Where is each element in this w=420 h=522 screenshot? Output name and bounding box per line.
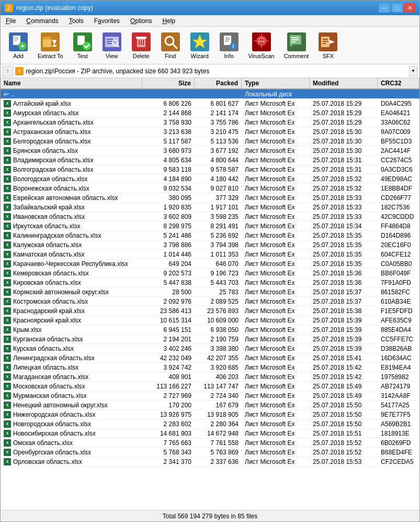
header-name[interactable]: Name (1, 78, 142, 88)
table-row[interactable]: X Орловская область.xlsx 2 341 370 2 337… (1, 457, 419, 467)
viruscan-label: VirusScan (248, 53, 275, 59)
table-row[interactable]: X Костромская область.xlsx 2 092 976 2 0… (1, 297, 419, 306)
svg-rect-12 (52, 45, 56, 47)
sfx-button[interactable]: SFX (314, 29, 342, 62)
viruscan-button[interactable]: VirusScan (245, 29, 278, 62)
parent-folder-row[interactable]: ↩ .. Локальный диск (1, 90, 419, 99)
add-label: Add (13, 53, 24, 59)
menu-file[interactable]: File (3, 16, 19, 26)
table-row[interactable]: X Алтайский край.xlsx 6 806 226 6 801 62… (1, 99, 419, 108)
file-modified: 25.07.2018 15:33 (310, 213, 378, 221)
table-row[interactable]: X Владимирская область.xlsx 4 805 634 4 … (1, 156, 419, 165)
table-row[interactable]: X Воронежская область.xlsx 9 032 534 9 0… (1, 184, 419, 193)
table-row[interactable]: X Кемеровская область.xlsx 9 202 573 9 1… (1, 269, 419, 278)
file-name: X Брянская область.xlsx (1, 147, 142, 155)
file-modified: 25.07.2018 15:30 (310, 147, 378, 155)
menu-options[interactable]: Options (127, 16, 155, 26)
svg-rect-61 (323, 43, 326, 44)
file-modified: 25.07.2018 15:34 (310, 222, 378, 230)
table-row[interactable]: X Вологодская область.xlsx 4 184 890 4 1… (1, 174, 419, 184)
wizard-button[interactable]: Wizard (186, 29, 213, 62)
maximize-button[interactable]: □ (391, 3, 403, 13)
extract-button[interactable]: Extract To (34, 29, 67, 62)
table-row[interactable]: X Забайкальский край.xlsx 1 920 835 1 91… (1, 203, 419, 212)
table-row[interactable]: X Омская область.xlsx 7 765 663 7 761 55… (1, 438, 419, 448)
menu-help[interactable]: Help (159, 16, 178, 26)
close-button[interactable]: ✕ (404, 3, 415, 13)
header-type[interactable]: Type (242, 78, 310, 88)
table-row[interactable]: X Курская область.xlsx 3 402 246 3 398 3… (1, 344, 419, 353)
header-size[interactable]: Size (142, 78, 195, 88)
table-row[interactable]: X Астраханская область.xlsx 3 213 638 3 … (1, 127, 419, 137)
address-dropdown[interactable]: ▼ (409, 66, 417, 76)
table-row[interactable]: X Новосибирская область.xlsx 14 681 903 … (1, 429, 419, 438)
header-packed[interactable]: Packed (195, 78, 242, 88)
file-packed: 14 672 948 (195, 429, 242, 438)
viruscan-icon (252, 32, 271, 52)
file-crc: EA046421 (378, 109, 419, 117)
file-name: X Камчатская область.xlsx (1, 250, 142, 259)
table-row[interactable]: X Ивановская область.xlsx 3 602 809 3 59… (1, 212, 419, 221)
table-row[interactable]: X Краснодарский край.xlsx 23 586 413 23 … (1, 306, 419, 316)
test-icon (73, 32, 93, 52)
table-row[interactable]: X Мурманская область.xlsx 2 727 969 2 72… (1, 391, 419, 401)
file-type: Лист Microsoft Ex (242, 222, 310, 230)
table-row[interactable]: X Нижегородская область.xlsx 13 926 975 … (1, 410, 419, 419)
table-row[interactable]: X Крым.xlsx 6 945 151 6 938 050 Лист Mic… (1, 325, 419, 335)
file-name: X Амурская область.xlsx (1, 109, 142, 117)
table-row[interactable]: X Красноярский край.xlsx 10 615 314 10 6… (1, 316, 419, 325)
add-button[interactable]: Add (5, 29, 32, 62)
svg-rect-7 (22, 45, 23, 48)
menu-commands[interactable]: Commands (23, 16, 61, 26)
table-row[interactable]: X Корякский автономный округ.xlsx 28 500… (1, 287, 419, 297)
table-row[interactable]: X Карачаево-Черкесская Республика.xlsx 6… (1, 259, 419, 269)
file-name: X Курская область.xlsx (1, 345, 142, 353)
file-packed: 10 609 000 (195, 316, 242, 325)
header-crc32[interactable]: CRC32 (378, 78, 419, 88)
table-row[interactable]: X Иркутская область.xlsx 8 298 975 8 291… (1, 221, 419, 231)
table-row[interactable]: X Калининградская область.xlsx 5 241 486… (1, 231, 419, 240)
file-name: X Новосибирская область.xlsx (1, 429, 142, 438)
minimize-button[interactable]: ─ (379, 3, 390, 13)
table-row[interactable]: X Еврейская автономная область.xlsx 380 … (1, 193, 419, 203)
table-row[interactable]: X Ненецкий автономный округ.xlsx 170 200… (1, 401, 419, 410)
file-modified: 25.07.2018 15:42 (310, 373, 378, 381)
file-modified: 25.07.2018 15:50 (310, 420, 378, 428)
menu-tools[interactable]: Tools (66, 16, 87, 26)
menu-favorites[interactable]: Favorites (91, 16, 123, 26)
table-row[interactable]: X Магаданская область.xlsx 408 901 406 2… (1, 372, 419, 382)
file-crc: 885E4DA4 (378, 326, 419, 334)
table-row[interactable]: X Новгородская область.xlsx 2 283 602 2 … (1, 419, 419, 429)
table-row[interactable]: X Белгородская область.xlsx 5 117 587 5 … (1, 137, 419, 146)
table-row[interactable]: X Липецкая область.xlsx 3 924 742 3 920 … (1, 363, 419, 372)
file-type: Лист Microsoft Ex (242, 288, 310, 296)
info-button[interactable]: i Info (215, 29, 243, 62)
table-row[interactable]: X Кировская область.xlsx 5 447 838 5 443… (1, 278, 419, 287)
table-row[interactable]: X Амурская область.xlsx 2 144 868 2 141 … (1, 108, 419, 118)
file-crc: 3142AA8F (378, 392, 419, 400)
table-row[interactable]: X Оренбургская область.xlsx 5 768 343 5 … (1, 448, 419, 457)
comment-button[interactable]: Comment (280, 29, 313, 62)
file-name: X Калининградская область.xlsx (1, 231, 142, 240)
table-row[interactable]: X Ленинградская область.xlsx 42 232 049 … (1, 353, 419, 363)
table-row[interactable]: X Камчатская область.xlsx 1 014 446 1 01… (1, 250, 419, 259)
test-button[interactable]: Test (69, 29, 96, 62)
wizard-icon (190, 32, 210, 52)
file-packed: 7 761 558 (195, 439, 242, 447)
file-list-body[interactable]: ↩ .. Локальный диск X Алтайский край.xls… (1, 90, 419, 510)
delete-button[interactable]: Delete (128, 29, 155, 62)
file-modified: 25.07.2018 15:32 (310, 175, 378, 183)
table-row[interactable]: X Волгоградская область.xlsx 9 583 118 9… (1, 165, 419, 174)
table-row[interactable]: X Калужская область.xlsx 3 798 886 3 794… (1, 240, 419, 250)
up-button[interactable]: ↑ (3, 66, 13, 76)
find-button[interactable]: Find (157, 29, 184, 62)
header-modified[interactable]: Modified (310, 78, 378, 88)
window-controls: ─ □ ✕ (379, 3, 415, 13)
excel-icon: X (4, 175, 11, 183)
file-type: Лист Microsoft Ex (242, 194, 310, 202)
table-row[interactable]: X Брянская область.xlsx 3 680 973 3 677 … (1, 146, 419, 156)
view-button[interactable]: View (98, 29, 126, 62)
table-row[interactable]: X Курганская область.xlsx 2 194 201 2 19… (1, 335, 419, 344)
table-row[interactable]: X Московская область.xlsx 113 166 227 11… (1, 382, 419, 391)
table-row[interactable]: X Архангельская область.xlsx 3 758 930 3… (1, 118, 419, 127)
